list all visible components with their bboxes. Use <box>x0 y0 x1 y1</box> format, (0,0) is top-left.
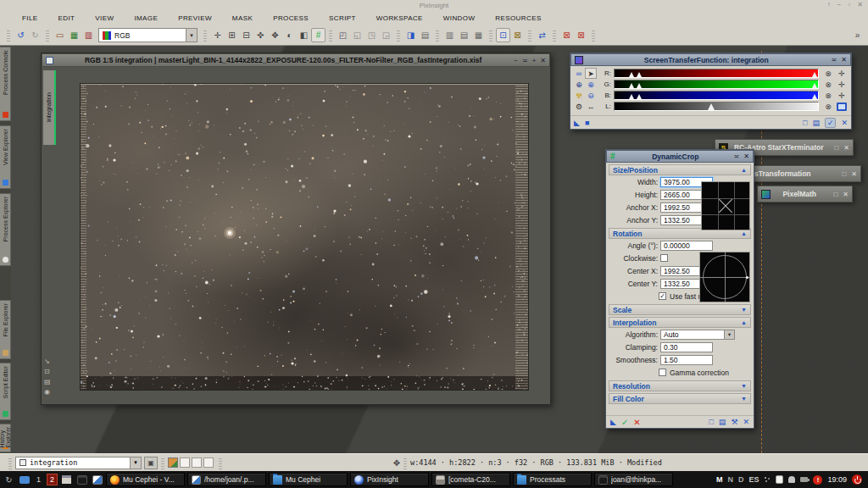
edit-channel-icon[interactable]: ✛ <box>835 79 849 90</box>
crop-close-icon[interactable]: ✕ <box>743 152 749 160</box>
chevron-down-icon[interactable]: ▼ <box>186 29 197 42</box>
notifications-icon[interactable] <box>788 476 795 483</box>
tray-indicator-m[interactable]: M <box>716 475 723 484</box>
terminal-launcher-icon[interactable] <box>75 474 88 486</box>
stf-shade-icon[interactable]: ≍ <box>832 56 837 64</box>
starfield-image[interactable] <box>80 83 529 391</box>
expand-icon[interactable]: ▼ <box>741 396 747 402</box>
sidebar-item-history-explorer[interactable]: History Explorer <box>0 424 11 452</box>
section-fill-color[interactable]: Fill Color ▼ <box>609 393 751 404</box>
workspace-thumb-2[interactable] <box>180 458 190 468</box>
redo-icon[interactable]: ↻ <box>28 28 42 42</box>
crop-tool-icon[interactable]: # <box>311 28 326 42</box>
tray-app-icon[interactable] <box>764 476 771 483</box>
pixelmath-window[interactable]: PixelMath □ ✕ <box>757 186 853 202</box>
anchor-selector-grid[interactable] <box>701 181 750 230</box>
zoom-in-alt-icon[interactable]: ⊕ <box>585 79 597 90</box>
midtone-handle[interactable] <box>637 94 642 99</box>
menu-process[interactable]: PROCESS <box>263 14 319 22</box>
workspace-thumb-4[interactable] <box>203 458 214 468</box>
starx-maximize-icon[interactable]: □ <box>834 144 838 152</box>
expand-icon[interactable]: ▼ <box>741 383 747 389</box>
window-cascade-icon[interactable]: ▤ <box>457 28 471 42</box>
new-instance-icon[interactable]: □ <box>709 418 713 426</box>
task-cometa[interactable]: [cometa-C20... <box>431 473 510 486</box>
shadow-handle[interactable] <box>629 72 634 77</box>
select-icon[interactable]: ⊡ <box>44 368 51 375</box>
curves-close-icon[interactable]: ✕ <box>851 170 857 178</box>
screen-preview-icon[interactable] <box>835 101 849 112</box>
chevron-down-icon[interactable]: ▼ <box>725 330 735 340</box>
workspace-1[interactable]: 1 <box>33 474 44 485</box>
menu-file[interactable]: FILE <box>12 14 48 22</box>
sidebar-item-process-explorer[interactable]: Process Explorer <box>0 193 11 266</box>
workspace-thumb-3[interactable] <box>192 458 202 468</box>
stf-slider-l[interactable] <box>614 102 819 111</box>
algorithm-dropdown[interactable]: Auto ▼ <box>660 330 735 340</box>
stf-close-icon[interactable]: ✕ <box>841 56 847 64</box>
highlight-handle[interactable] <box>812 94 817 99</box>
clipboard-icon[interactable] <box>776 475 783 484</box>
midtone-handle[interactable] <box>637 83 642 88</box>
cursor-mode-icon[interactable]: ➤ <box>585 68 597 79</box>
screen-stretch-icon[interactable]: ▦ <box>67 28 81 42</box>
menu-mask[interactable]: MASK <box>222 14 263 22</box>
menu-view[interactable]: VIEW <box>85 14 124 22</box>
apply-global-icon[interactable]: ■ <box>585 119 589 127</box>
dynamiccrop-titlebar[interactable]: # DynamicCrop ≍ ✕ <box>606 150 754 163</box>
collapse-icon[interactable]: ▲ <box>741 167 747 173</box>
screen-lut-icon[interactable]: ⊡ <box>496 28 510 42</box>
zoom-out-fit-icon[interactable]: ⊟ <box>239 28 253 42</box>
clamping-input[interactable]: 0.30 <box>660 342 713 352</box>
track-view-check-icon[interactable]: ✓ <box>825 118 837 128</box>
collapse-icon[interactable]: ▲ <box>741 319 747 325</box>
dynamiccrop-window[interactable]: # DynamicCrop ≍ ✕ Size/Position ▲ Width:… <box>605 149 754 429</box>
move-tool-icon[interactable]: ✥ <box>268 28 282 42</box>
zoom-out-icon[interactable]: ⊖ <box>585 90 597 101</box>
task-firefox[interactable]: Mu Cephei - V... <box>106 473 185 486</box>
duplicate-view-icon[interactable]: ◳ <box>364 28 379 42</box>
fast-rotations-checkbox[interactable]: ✓ <box>659 292 666 300</box>
center-view-icon[interactable]: ✜ <box>253 28 268 42</box>
section-interpolation[interactable]: Interpolation ▲ <box>609 317 751 328</box>
menu-edit[interactable]: EDIT <box>48 14 86 22</box>
invert-display-icon[interactable]: ◐ <box>282 28 297 42</box>
crop-shade-icon[interactable]: ≍ <box>734 152 740 160</box>
task-terminal[interactable]: joan@thinkpa... <box>594 473 673 486</box>
drag-instance-icon[interactable]: ◣ <box>574 119 580 127</box>
gamma-correction-checkbox[interactable] <box>659 369 666 376</box>
section-size-position[interactable]: Size/Position ▲ <box>609 164 751 175</box>
workspace-2[interactable]: 2 <box>47 474 58 485</box>
midtone-handle[interactable] <box>637 72 642 77</box>
clockwise-checkbox[interactable] <box>660 254 668 262</box>
power-icon[interactable] <box>852 474 862 485</box>
new-view-icon[interactable]: ◰ <box>336 28 350 42</box>
sidebar-item-file-explorer[interactable]: File Explorer <box>0 300 11 359</box>
image-window-titlebar[interactable]: RGB 1:5 integration | masterLight_BIN-1_… <box>42 53 550 67</box>
smoothness-input[interactable]: 1.50 <box>660 355 713 365</box>
edit-mask-icon[interactable]: ◱ <box>350 28 364 42</box>
menu-preview[interactable]: PREVIEW <box>168 14 222 22</box>
browse-doc-icon[interactable]: ▤ <box>812 119 820 127</box>
image-zoom-icon[interactable]: + <box>532 57 537 64</box>
tray-indicator-d[interactable]: D <box>738 475 744 484</box>
reset-channel-icon[interactable]: ⊗ <box>821 68 835 79</box>
image-shade-icon[interactable]: ≍ <box>522 57 528 64</box>
workspace-thumb-1[interactable] <box>168 458 178 468</box>
keyboard-layout-indicator[interactable]: ES <box>748 475 759 484</box>
zoom-in-icon[interactable]: ⊕ <box>573 79 585 90</box>
menu-image[interactable]: IMAGE <box>124 14 168 22</box>
pixelmath-close-icon[interactable]: ✕ <box>843 191 849 198</box>
close-screen-2-icon[interactable]: ⊠ <box>574 28 588 42</box>
color-management-icon[interactable]: ⊠ <box>510 28 525 42</box>
edit-view-icon[interactable]: ▭ <box>53 28 67 42</box>
edit-preferences-icon[interactable]: ⚒ <box>731 418 737 426</box>
window-launcher-icon[interactable] <box>60 474 73 486</box>
midtone-handle[interactable] <box>708 103 715 110</box>
close-view-icon[interactable]: ◲ <box>379 28 393 42</box>
alert-icon[interactable]: ! <box>813 475 822 485</box>
menu-script[interactable]: SCRIPT <box>319 14 366 22</box>
execute-icon[interactable]: ✓ <box>621 418 628 427</box>
task-folder-mu-cephei[interactable]: Mu Cephei <box>269 473 348 486</box>
drag-instance-icon[interactable]: ◣ <box>610 418 616 426</box>
